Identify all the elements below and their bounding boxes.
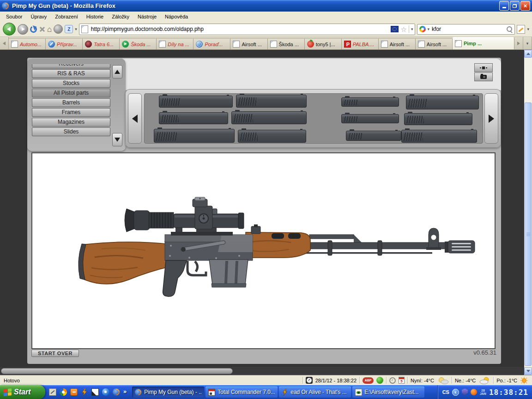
gun-build-canvas[interactable] — [31, 152, 496, 349]
category-item[interactable]: RIS & RAS — [32, 69, 110, 78]
tab-scroll-left-button[interactable] — [0, 37, 9, 49]
bookmark-star-icon[interactable]: ☆ — [400, 26, 406, 33]
pistol-slide-part[interactable] — [346, 131, 401, 141]
menu-soubor[interactable]: Soubor — [2, 12, 26, 21]
pistol-slide-part[interactable] — [154, 129, 235, 143]
pistol-slide-part[interactable] — [231, 111, 307, 124]
tab-airsoft-2[interactable]: Airsoft ... — [379, 38, 416, 49]
url-dropdown-icon[interactable]: ▾ — [411, 27, 413, 31]
tab-scroll-right-button[interactable] — [514, 37, 523, 49]
calendar-icon[interactable]: 5 — [399, 377, 405, 384]
tab-palba[interactable]: PALBA.... — [342, 38, 379, 49]
scroll-up-button[interactable] — [524, 50, 532, 58]
tab-priprav[interactable]: Příprav... — [46, 38, 83, 49]
app-launcher-icon[interactable] — [70, 388, 78, 396]
status-green-icon[interactable] — [376, 377, 383, 384]
scrapbook-dropdown-icon[interactable]: ▾ — [527, 27, 529, 31]
task-image-viewer[interactable]: E:\Airsoft\kvery\Zast... — [352, 387, 424, 398]
pistol-slide-part[interactable] — [159, 112, 228, 124]
menu-upravy[interactable]: Úpravy — [26, 12, 51, 21]
assembled-rifle[interactable] — [32, 153, 495, 348]
tab-list-dropdown-button[interactable]: ▾ — [523, 37, 532, 49]
quick-launch-overflow-chevron[interactable]: » — [123, 388, 127, 395]
rifle-receiver[interactable] — [165, 235, 253, 260]
scroll-up-button[interactable] — [112, 65, 122, 79]
tab-tatra[interactable]: Tatra 6... — [83, 38, 120, 49]
tray-orange-icon[interactable] — [471, 389, 477, 395]
task-winamp[interactable]: ead Or Alive - That's ... — [279, 387, 351, 398]
forward-button[interactable] — [18, 24, 28, 35]
task-pimp-my-gun[interactable]: Pimp My Gun (beta) - ... — [132, 387, 204, 398]
timer-addon-icon[interactable] — [389, 377, 396, 384]
close-button[interactable]: × — [520, 1, 530, 11]
tab-dily[interactable]: Díly na ... — [157, 38, 193, 49]
pistol-slide-part[interactable] — [401, 130, 477, 143]
rifle-stock[interactable] — [79, 242, 170, 284]
menu-napoveda[interactable]: Nápověda — [161, 12, 192, 21]
vertical-scrollbar[interactable] — [524, 50, 532, 375]
url-bar[interactable]: ☆ ▾ — [79, 24, 416, 35]
hide-icons-chevron[interactable]: ‹ — [452, 389, 459, 396]
category-item[interactable]: Slides — [32, 127, 110, 136]
media-player-icon[interactable] — [60, 388, 67, 396]
pistol-slide-part[interactable] — [404, 113, 472, 125]
back-button[interactable] — [3, 23, 16, 36]
category-item[interactable]: Barrels — [32, 98, 110, 107]
tab-porad[interactable]: Poraď... — [193, 38, 230, 49]
rifle-handguard[interactable] — [246, 224, 310, 258]
scroll-down-button[interactable] — [524, 367, 532, 375]
z-addon-icon[interactable]: Z — [65, 25, 73, 33]
home-button[interactable]: ⌂ — [47, 25, 52, 33]
tab-automo[interactable]: Automo... — [9, 38, 46, 49]
engine-dropdown-icon[interactable]: ▾ — [427, 27, 429, 31]
tab-airsoft-1[interactable]: Airsoft ... — [230, 38, 267, 49]
tab-skoda[interactable]: Škoda ... — [120, 38, 157, 49]
show-desktop-icon[interactable] — [49, 388, 56, 396]
tab-skoda-2[interactable]: Škoda ... — [268, 38, 305, 49]
category-item-selected[interactable]: All Pistol parts — [32, 89, 110, 97]
firefox-icon[interactable] — [113, 388, 120, 396]
horizontal-scrollbar[interactable] — [0, 367, 524, 375]
pistol-slide-part[interactable] — [238, 130, 306, 143]
category-item[interactable]: Receivers — [32, 64, 110, 68]
menu-zalozky[interactable]: Záložky — [108, 12, 133, 21]
rifle-pistol-grip[interactable] — [163, 260, 206, 296]
search-box[interactable]: ▾ — [417, 24, 515, 35]
pistol-slide-part[interactable] — [341, 114, 399, 123]
proxy-addon-icon[interactable] — [54, 24, 63, 34]
pistol-slide-part[interactable] — [159, 96, 233, 108]
rifle-magazine[interactable] — [209, 260, 248, 287]
horizontal-scroll-thumb[interactable] — [1, 368, 233, 374]
pistol-slide-part[interactable] — [341, 97, 399, 107]
start-button[interactable]: Start — [0, 385, 45, 399]
palette-prev-button[interactable] — [128, 93, 142, 144]
category-item[interactable]: Frames — [32, 108, 110, 117]
snapshot-button[interactable] — [474, 73, 493, 81]
pistol-slide-part[interactable] — [406, 96, 479, 109]
messenger-icon[interactable] — [102, 388, 109, 396]
rifle-muzzle-brake[interactable] — [445, 241, 475, 253]
category-item[interactable]: Magazines — [32, 118, 110, 127]
search-icon[interactable] — [506, 26, 513, 32]
winamp-icon[interactable] — [81, 388, 88, 396]
category-item[interactable]: Stocks — [32, 79, 110, 88]
rifle-front-sight[interactable] — [426, 228, 441, 250]
task-total-commander[interactable]: Total Commander 7.0... — [206, 387, 278, 398]
minimize-button[interactable] — [499, 1, 509, 11]
restore-button[interactable] — [510, 1, 520, 11]
rifle-scope[interactable] — [125, 197, 244, 236]
position-tool-button[interactable] — [474, 63, 493, 72]
language-indicator[interactable]: CS — [442, 389, 449, 395]
antivirus-shield-icon[interactable] — [462, 389, 468, 396]
menu-historie[interactable]: Historie — [82, 12, 108, 21]
flag-addon-icon[interactable] — [391, 26, 399, 32]
reload-button[interactable] — [29, 25, 37, 33]
menu-nastroje[interactable]: Nástroje — [133, 12, 161, 21]
file-manager-icon[interactable] — [91, 388, 99, 396]
stop-button[interactable] — [39, 26, 45, 32]
adblock-icon[interactable]: ABP — [363, 377, 374, 384]
vertical-scroll-thumb[interactable] — [525, 103, 532, 366]
start-over-button[interactable]: START OVER — [31, 350, 79, 357]
addon-dropdown-icon[interactable]: ▾ — [75, 27, 77, 31]
tray-clock[interactable]: 18:38:21 — [489, 388, 528, 397]
